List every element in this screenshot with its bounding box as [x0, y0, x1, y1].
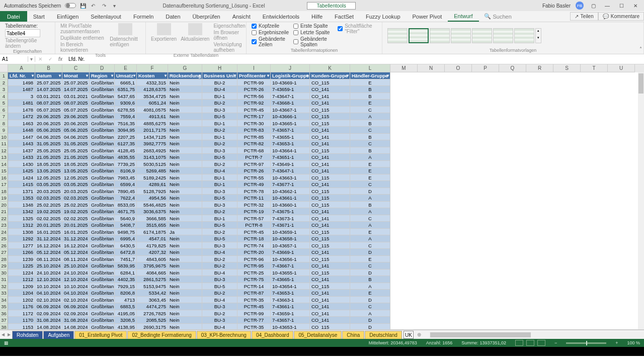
table-cell[interactable]: BU-1 — [202, 120, 237, 127]
table-cell[interactable]: 2683,4925 — [137, 147, 168, 154]
table-cell[interactable]: CO_141 — [310, 249, 350, 256]
table-cell[interactable]: 7-43663-1 — [271, 297, 310, 304]
table-cell[interactable]: 7-43657-1 — [271, 127, 310, 134]
table-cell[interactable]: CO_141 — [310, 276, 350, 283]
table-cell[interactable]: 02.10.2024 — [35, 297, 62, 304]
table-cell[interactable]: CO_115 — [310, 195, 350, 202]
table-cell[interactable]: Nein — [168, 269, 202, 277]
table-cell[interactable]: A — [350, 235, 390, 242]
table-cell[interactable]: 4179,825 — [137, 242, 168, 249]
row-header[interactable]: 38 — [0, 324, 8, 330]
table-cell[interactable]: 1325 — [8, 215, 35, 222]
row-header[interactable]: 29 — [0, 262, 8, 269]
table-cell[interactable]: 1202 — [8, 297, 35, 304]
opt-total-row[interactable]: Ergebniszeile — [252, 30, 289, 35]
horizontal-scrollbar[interactable] — [429, 332, 644, 338]
table-cell[interactable]: 1312 — [8, 222, 35, 229]
table-cell[interactable]: CO_115 — [310, 188, 350, 195]
table-cell[interactable]: 4913,61 — [137, 113, 168, 120]
table-cell[interactable]: BU-1 — [202, 215, 237, 222]
table-cell[interactable]: PCTR-35 — [237, 297, 271, 304]
table-cell[interactable]: 4289,61 — [137, 181, 168, 188]
table-cell[interactable]: 10-43656-1 — [271, 256, 310, 263]
table-cell[interactable]: D — [350, 317, 390, 324]
cancel-formula-icon[interactable]: ✕ — [35, 56, 45, 62]
table-cell[interactable]: 08.07.2025 — [62, 100, 90, 107]
table-cell[interactable]: E — [350, 79, 390, 86]
table-cell[interactable]: 5030,5125 — [137, 161, 168, 168]
opt-banded-rows[interactable]: Gebänderte Zeilen — [252, 36, 289, 47]
name-box-dropdown[interactable]: ▾ — [28, 56, 35, 62]
table-cell[interactable]: PCTR-77 — [237, 317, 271, 324]
style-swatch[interactable] — [514, 28, 534, 43]
sheet-tab[interactable]: 01_Erstellung Pivot — [74, 331, 127, 339]
table-cell[interactable]: 1463 — [8, 120, 35, 127]
table-cell[interactable]: PCTR-87 — [237, 290, 271, 297]
column-header[interactable]: P — [472, 64, 499, 72]
table-cell[interactable]: 8106,9 — [115, 167, 137, 174]
row-header[interactable]: 16 — [0, 174, 8, 182]
table-cell[interactable]: Großbritanni — [90, 262, 115, 269]
column-header[interactable]: R — [526, 64, 553, 72]
tab-ansicht[interactable]: Ansicht — [226, 11, 257, 22]
table-cell[interactable]: CO_141 — [310, 127, 350, 134]
table-cell[interactable]: 05.12.2024 — [62, 249, 90, 256]
tab-einfuegen[interactable]: Einfügen — [51, 11, 85, 22]
table-cell[interactable]: 4084,665 — [137, 269, 168, 277]
row-header[interactable]: 1 — [0, 72, 8, 79]
table-cell[interactable]: PCTR-85 — [237, 134, 271, 141]
table-header-cell[interactable]: Logistik-Gruppe — [271, 72, 310, 79]
table-cell[interactable]: 3208,5 — [115, 317, 137, 324]
table-cell[interactable]: 31.05.2025 — [62, 140, 90, 147]
table-cell[interactable]: 05.06.2025 — [35, 127, 62, 134]
table-cell[interactable]: 02.10.2024 — [62, 297, 90, 304]
tab-formeln[interactable]: Formeln — [127, 11, 159, 22]
row-header[interactable]: 11 — [0, 140, 8, 147]
table-cell[interactable]: CO_141 — [310, 86, 350, 93]
opt-last-col[interactable]: Letzte Spalte — [293, 30, 334, 35]
table-cell[interactable]: Großbritanni — [90, 86, 115, 93]
table-cell[interactable]: Großbritanni — [90, 127, 115, 134]
table-cell[interactable]: 1225 — [8, 262, 35, 269]
table-cell[interactable]: 7-43653-1 — [271, 140, 310, 147]
undo-icon[interactable]: ↶ — [91, 2, 98, 9]
table-cell[interactable]: CO_141 — [310, 215, 350, 222]
table-cell[interactable]: 7929,15 — [115, 283, 137, 290]
table-cell[interactable]: CO_115 — [310, 256, 350, 263]
sheet-tab[interactable]: 05_Detailanalyse — [294, 331, 342, 339]
table-cell[interactable]: 1353 — [8, 195, 35, 202]
table-cell[interactable]: C — [350, 215, 390, 222]
table-cell[interactable]: Großbritanni — [90, 290, 115, 297]
table-cell[interactable]: E — [350, 290, 390, 297]
table-cell[interactable]: PCTR-45 — [237, 303, 271, 310]
tab-powerpivot[interactable]: Power Pivot — [407, 11, 448, 22]
table-cell[interactable]: BU-1 — [202, 93, 237, 100]
table-cell[interactable]: BU-4 — [202, 86, 237, 93]
table-cell[interactable]: Großbritanni — [90, 140, 115, 147]
column-header[interactable]: F — [137, 64, 168, 72]
table-cell[interactable]: CO_141 — [310, 303, 350, 310]
table-cell[interactable]: 20.03.2025 — [62, 188, 90, 195]
row-header[interactable]: 30 — [0, 269, 8, 277]
opt-banded-cols[interactable]: Gebänderte Spalten — [293, 36, 334, 47]
table-cell[interactable]: 03.05.2025 — [35, 181, 62, 188]
table-cell[interactable]: 12.10.2024 — [35, 276, 62, 283]
table-cell[interactable]: CO_141 — [310, 181, 350, 188]
row-header[interactable]: 18 — [0, 188, 8, 195]
table-cell[interactable]: BU-4 — [202, 249, 237, 256]
table-cell[interactable]: BU-3 — [202, 202, 237, 209]
table-cell[interactable]: 1472 — [8, 113, 35, 120]
table-cell[interactable]: 1239 — [8, 256, 35, 263]
table-cell[interactable]: PCTR-99 — [237, 310, 271, 317]
view-switcher[interactable] — [515, 340, 545, 346]
table-cell[interactable]: 20.06.2025 — [35, 120, 62, 127]
table-name-input[interactable] — [5, 29, 40, 37]
table-cell[interactable]: BU-2 — [202, 161, 237, 168]
table-cell[interactable]: 25.02.2025 — [35, 202, 62, 209]
table-cell[interactable]: 05.07.2025 — [62, 107, 90, 114]
table-cell[interactable]: 29.06.2025 — [62, 113, 90, 120]
table-cell[interactable]: 10-43660-1 — [271, 202, 310, 209]
table-cell[interactable]: 1478 — [8, 107, 35, 114]
column-header[interactable]: U — [608, 64, 635, 72]
table-cell[interactable]: 6284,1 — [115, 269, 137, 277]
